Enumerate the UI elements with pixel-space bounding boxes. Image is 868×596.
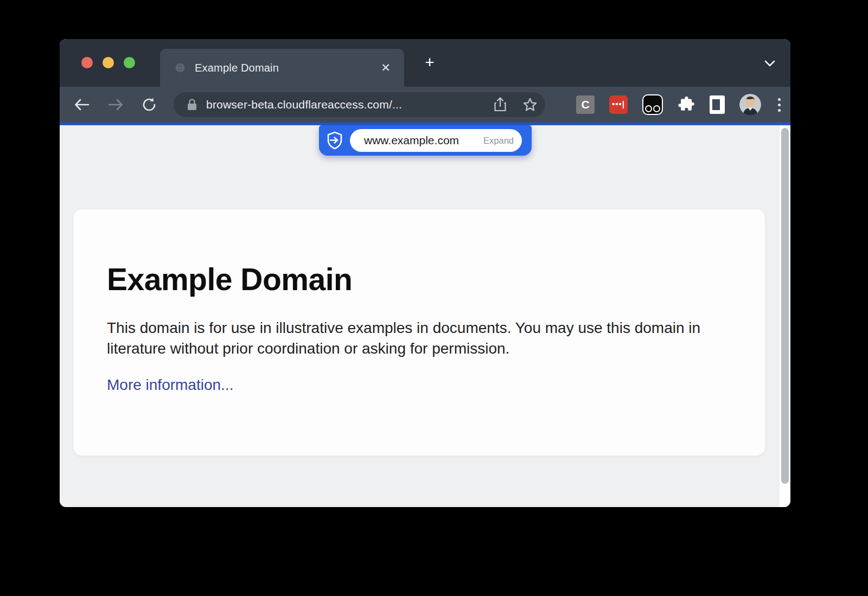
back-arrow-icon — [76, 100, 89, 110]
chevron-down-icon[interactable] — [763, 60, 776, 68]
extensions-puzzle-icon[interactable] — [678, 96, 695, 113]
tab-example-domain[interactable]: Example Domain ✕ — [160, 49, 404, 87]
page-title: Example Domain — [107, 261, 731, 297]
isolated-hostname: www.example.com — [364, 134, 483, 147]
more-information-link[interactable]: More information... — [107, 376, 233, 394]
tab-strip: Example Domain ✕ + — [60, 39, 790, 87]
window-controls — [81, 57, 135, 68]
url-text[interactable]: browser-beta.cloudflareaccess.com/... — [206, 98, 488, 111]
tab-title: Example Domain — [195, 62, 378, 74]
back-button[interactable] — [71, 93, 93, 116]
expand-button[interactable]: Expand — [483, 136, 514, 146]
shield-arrow-icon — [327, 131, 343, 150]
lastpass-extension-icon[interactable]: •••| — [609, 95, 628, 114]
side-panel-extension-icon[interactable] — [710, 95, 725, 114]
new-tab-button[interactable]: + — [420, 53, 439, 73]
browser-window: Example Domain ✕ + — [60, 39, 790, 507]
bookmark-star-icon[interactable] — [522, 97, 538, 112]
isolation-url-pill[interactable]: www.example.com Expand — [350, 129, 522, 152]
c-extension-icon[interactable]: C — [576, 95, 595, 114]
scrollbar-thumb[interactable] — [781, 128, 789, 484]
close-window-button[interactable] — [81, 57, 93, 68]
isolation-address-widget: www.example.com Expand — [319, 125, 532, 156]
reload-icon — [142, 97, 157, 112]
forward-arrow-icon — [109, 100, 122, 110]
toolbar: browser-beta.cloudflareaccess.com/... C … — [60, 87, 790, 123]
reload-button[interactable] — [138, 93, 161, 116]
zoom-window-button[interactable] — [124, 57, 135, 68]
lock-icon — [187, 98, 197, 111]
profile-avatar[interactable] — [739, 94, 761, 116]
globe-favicon-icon — [174, 62, 186, 74]
extensions-row: C •••| — [576, 87, 783, 123]
forward-button[interactable] — [104, 93, 127, 116]
browser-menu-icon[interactable] — [776, 98, 783, 112]
address-bar[interactable]: browser-beta.cloudflareaccess.com/... — [174, 92, 545, 117]
close-tab-icon[interactable]: ✕ — [378, 60, 393, 75]
page-viewport: www.example.com Expand Example Domain Th… — [60, 125, 790, 507]
scrollbar-track[interactable] — [780, 125, 790, 507]
share-icon[interactable] — [493, 97, 507, 113]
page-paragraph: This domain is for use in illustrative e… — [107, 318, 731, 359]
two-circles-extension-icon[interactable] — [642, 94, 663, 115]
example-domain-card: Example Domain This domain is for use in… — [73, 209, 765, 456]
minimize-window-button[interactable] — [103, 57, 114, 68]
